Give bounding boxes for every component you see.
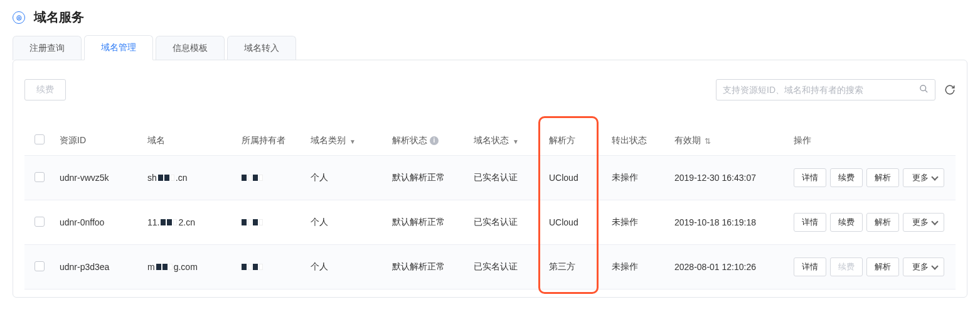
- svg-line-1: [925, 90, 927, 92]
- content-panel: 续费: [13, 60, 967, 298]
- info-icon[interactable]: i: [430, 136, 439, 145]
- cell-expire: 2019-10-18 16:19:18: [668, 200, 787, 245]
- filter-icon: [511, 136, 519, 146]
- col-transfer-status: 转出状态: [605, 126, 668, 156]
- cell-domain-status: 已实名认证: [467, 156, 543, 200]
- cell-owner: [235, 200, 304, 245]
- col-label: 解析方: [549, 135, 575, 145]
- cell-resource-id: udnr-p3d3ea: [53, 245, 141, 290]
- more-button[interactable]: 更多: [903, 168, 944, 187]
- search-input[interactable]: [723, 85, 919, 95]
- col-ops: 操作: [787, 126, 956, 156]
- chevron-down-icon: [931, 263, 938, 269]
- tab-domain-manage[interactable]: 域名管理: [84, 35, 153, 60]
- cell-resolve-status: 默认解析正常: [386, 245, 467, 290]
- more-button[interactable]: 更多: [903, 213, 944, 232]
- service-logo-icon: ◎: [13, 11, 25, 24]
- cell-actions: 详情续费解析更多: [787, 156, 956, 200]
- col-label: 域名类别: [311, 135, 346, 146]
- col-label: 操作: [794, 135, 811, 145]
- filter-icon: [348, 136, 356, 146]
- col-label: 资源ID: [60, 135, 86, 145]
- detail-button[interactable]: 详情: [794, 213, 826, 232]
- col-domain-type[interactable]: 域名类别: [304, 126, 386, 156]
- col-label: 所属持有者: [242, 135, 285, 145]
- svg-point-0: [920, 85, 926, 91]
- toolbar: 续费: [24, 79, 956, 100]
- chevron-down-icon: [931, 173, 938, 180]
- cell-resolve-status: 默认解析正常: [386, 200, 467, 245]
- cell-resolver: UCloud: [543, 200, 605, 245]
- tab-bar: 注册查询 域名管理 信息模板 域名转入: [0, 35, 980, 60]
- select-all-checkbox[interactable]: [35, 134, 45, 144]
- search-icon[interactable]: [919, 84, 929, 95]
- resolve-button[interactable]: 解析: [866, 168, 899, 187]
- tab-info-template[interactable]: 信息模板: [156, 36, 225, 60]
- resolve-button[interactable]: 解析: [866, 257, 899, 276]
- cell-transfer-status: 未操作: [605, 156, 668, 200]
- cell-transfer-status: 未操作: [605, 245, 668, 290]
- cell-resolver: UCloud: [543, 156, 605, 200]
- cell-transfer-status: 未操作: [605, 200, 668, 245]
- cell-owner: [235, 245, 304, 290]
- cell-domain-status: 已实名认证: [467, 245, 543, 290]
- table-row: udnr-0nffoo11.2.cn个人默认解析正常已实名认证UCloud未操作…: [24, 200, 956, 245]
- col-expire[interactable]: 有效期: [668, 126, 787, 156]
- col-label: 解析状态: [392, 135, 427, 146]
- col-label: 域名: [147, 135, 165, 145]
- col-domain-status[interactable]: 域名状态: [467, 126, 543, 156]
- cell-resolve-status: 默认解析正常: [386, 156, 467, 200]
- col-label: 有效期: [674, 135, 701, 146]
- toolbar-right: [716, 79, 956, 100]
- col-resolver: 解析方: [543, 126, 605, 156]
- col-label: 域名状态: [474, 135, 509, 146]
- cell-owner: [235, 156, 304, 200]
- tab-label: 域名转入: [244, 43, 279, 53]
- row-checkbox[interactable]: [35, 261, 45, 271]
- row-checkbox[interactable]: [35, 217, 45, 227]
- cell-resource-id: udnr-0nffoo: [53, 200, 141, 245]
- chevron-down-icon: [931, 218, 938, 225]
- renew-button[interactable]: 续费: [830, 213, 863, 232]
- tab-label: 域名管理: [101, 42, 136, 52]
- renew-button: 续费: [830, 257, 863, 276]
- col-label: 转出状态: [612, 135, 647, 145]
- page-header: ◎ 域名服务: [0, 0, 980, 35]
- cell-domain-type: 个人: [304, 156, 386, 200]
- table-row: udnr-p3d3eamg.com个人默认解析正常已实名认证第三方未操作2028…: [24, 245, 956, 290]
- domain-table: 资源ID 域名 所属持有者 域名类别 解析状态i 域名状态 解析方 转出状态 有…: [24, 126, 956, 290]
- table-row: udnr-vwvz5ksh.cn个人默认解析正常已实名认证UCloud未操作20…: [24, 156, 956, 200]
- cell-domain-type: 个人: [304, 200, 386, 245]
- sort-icon: [703, 136, 711, 146]
- resolve-button[interactable]: 解析: [866, 213, 899, 232]
- search-box[interactable]: [716, 79, 935, 100]
- page-title: 域名服务: [34, 9, 84, 26]
- cell-domain: 11.2.cn: [141, 200, 235, 245]
- cell-expire: 2019-12-30 16:43:07: [668, 156, 787, 200]
- col-domain: 域名: [141, 126, 235, 156]
- detail-button[interactable]: 详情: [794, 257, 826, 276]
- tab-register-query[interactable]: 注册查询: [13, 36, 82, 60]
- col-resolve-status: 解析状态i: [386, 126, 467, 156]
- renew-button[interactable]: 续费: [830, 168, 863, 187]
- cell-actions: 详情续费解析更多: [787, 200, 956, 245]
- col-resource-id: 资源ID: [53, 126, 141, 156]
- cell-domain: sh.cn: [141, 156, 235, 200]
- cell-actions: 详情续费解析更多: [787, 245, 956, 290]
- refresh-icon[interactable]: [944, 84, 956, 95]
- cell-domain: mg.com: [141, 245, 235, 290]
- row-checkbox[interactable]: [35, 172, 45, 182]
- cell-resource-id: udnr-vwvz5k: [53, 156, 141, 200]
- cell-domain-status: 已实名认证: [467, 200, 543, 245]
- tab-domain-transfer-in[interactable]: 域名转入: [227, 36, 296, 60]
- tab-label: 信息模板: [173, 43, 208, 53]
- tab-label: 注册查询: [29, 43, 65, 53]
- cell-resolver: 第三方: [543, 245, 605, 290]
- more-button[interactable]: 更多: [903, 257, 944, 276]
- detail-button[interactable]: 详情: [794, 168, 826, 187]
- col-owner: 所属持有者: [235, 126, 304, 156]
- table-header-row: 资源ID 域名 所属持有者 域名类别 解析状态i 域名状态 解析方 转出状态 有…: [24, 126, 956, 156]
- cell-expire: 2028-08-01 12:10:26: [668, 245, 787, 290]
- bulk-renew-button[interactable]: 续费: [24, 79, 66, 100]
- cell-domain-type: 个人: [304, 245, 386, 290]
